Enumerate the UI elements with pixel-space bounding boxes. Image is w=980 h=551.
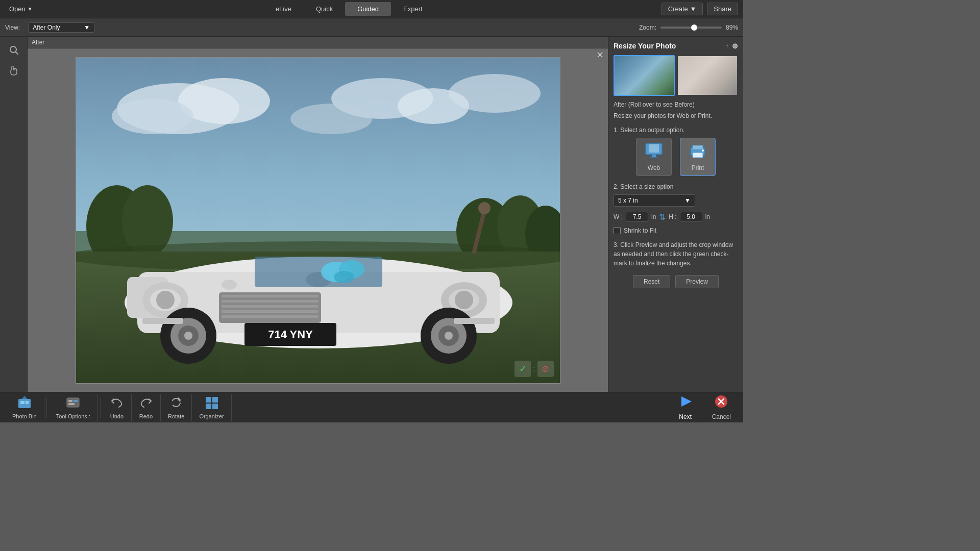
thumb-img-2 xyxy=(678,56,737,95)
svg-rect-65 xyxy=(26,401,29,404)
svg-marker-75 xyxy=(681,396,692,407)
dimension-row: W : in ⇅ H : in xyxy=(614,212,738,222)
size-option-label: 5 x 7 in xyxy=(618,197,638,204)
redo-button[interactable]: Redo xyxy=(132,394,161,421)
thumbnail-1[interactable] xyxy=(614,55,675,96)
svg-point-51 xyxy=(222,280,237,290)
divider-1 xyxy=(46,397,47,418)
svg-point-50 xyxy=(478,202,491,214)
divider-2 xyxy=(100,397,101,418)
tool-options-icon xyxy=(66,396,80,412)
svg-rect-67 xyxy=(68,400,72,402)
left-panel xyxy=(0,37,28,392)
canvas-area: After ✕ xyxy=(28,37,608,392)
svg-point-8 xyxy=(290,104,372,134)
canvas-close-button[interactable]: ✕ xyxy=(596,51,604,60)
web-monitor-icon xyxy=(645,142,663,162)
confirm-button[interactable]: ✓ xyxy=(514,361,531,377)
web-option-button[interactable]: Web xyxy=(636,138,672,176)
zoom-area: Zoom: 89% xyxy=(639,24,738,31)
step2-label: 2. Select a size option xyxy=(614,183,738,190)
svg-point-48 xyxy=(334,271,354,283)
hand-tool-icon[interactable] xyxy=(5,61,23,80)
resize-desc: Resize your photos for Web or Print. xyxy=(614,111,738,120)
print-option-button[interactable]: Print xyxy=(680,138,716,176)
share-button[interactable]: Share xyxy=(707,3,738,15)
thumbnail-2[interactable] xyxy=(677,55,738,96)
panel-icon-2[interactable]: ⊕ xyxy=(732,42,738,50)
svg-text:714 YNY: 714 YNY xyxy=(268,328,313,341)
tool-options-button[interactable]: Tool Options : xyxy=(49,394,98,421)
top-bar-left: Open ▼ xyxy=(5,3,37,15)
zoom-thumb xyxy=(691,24,697,31)
svg-point-45 xyxy=(445,332,453,340)
toolbar-row: View: After Only ▼ Zoom: 89% xyxy=(0,18,743,37)
rotate-label: Rotate xyxy=(168,413,184,419)
view-label: View: xyxy=(5,24,20,31)
svg-rect-66 xyxy=(67,398,79,407)
photo-bin-button[interactable]: Photo Bin xyxy=(5,394,44,421)
tab-quick[interactable]: Quick xyxy=(304,2,345,16)
cancel-edit-button[interactable]: ⊘ xyxy=(537,361,554,377)
action-buttons: Reset Preview xyxy=(614,275,738,288)
next-label: Next xyxy=(679,413,692,420)
step1-label: 1. Select an output option. xyxy=(614,127,738,134)
preview-button[interactable]: Preview xyxy=(675,275,719,288)
view-select[interactable]: After Only ▼ xyxy=(28,22,94,33)
svg-rect-56 xyxy=(652,155,656,157)
organizer-button[interactable]: Organizer xyxy=(192,394,231,421)
search-tool-icon[interactable] xyxy=(5,41,23,59)
svg-point-5 xyxy=(112,98,193,134)
controls-separator: : xyxy=(533,364,535,373)
svg-point-33 xyxy=(455,291,473,309)
canvas-controls: ✓ : ⊘ xyxy=(514,361,553,377)
next-arrow-icon xyxy=(677,394,694,412)
svg-rect-25 xyxy=(222,310,318,313)
width-unit: in xyxy=(651,213,656,220)
height-input[interactable] xyxy=(680,212,702,222)
main-layout: After ✕ xyxy=(0,37,743,392)
panel-icon-1[interactable]: ↑ xyxy=(725,42,729,50)
svg-rect-60 xyxy=(693,153,703,158)
car-photo: 714 YNY xyxy=(76,58,560,384)
undo-label: Undo xyxy=(110,413,124,419)
tab-expert[interactable]: Expert xyxy=(391,2,435,16)
rotate-button[interactable]: Rotate xyxy=(161,394,192,421)
canvas-after-label: After xyxy=(28,37,608,48)
zoom-slider[interactable] xyxy=(660,27,722,29)
svg-rect-73 xyxy=(206,404,211,409)
width-input[interactable] xyxy=(626,212,648,222)
undo-button[interactable]: Undo xyxy=(103,394,132,421)
svg-rect-52 xyxy=(142,318,183,324)
bottom-bar: Photo Bin Tool Options : Undo xyxy=(0,392,743,422)
photo-bin-icon xyxy=(17,396,32,412)
cancel-button[interactable]: Cancel xyxy=(705,392,738,422)
shrink-to-fit-checkbox[interactable] xyxy=(614,227,621,234)
svg-point-9 xyxy=(449,74,541,113)
undo-icon xyxy=(110,396,124,412)
thumbnail-row xyxy=(614,55,738,96)
step3-text: 3. Click Preview and adjust the crop win… xyxy=(614,240,738,268)
tool-options-label: Tool Options : xyxy=(56,413,90,419)
right-panel: Resize Your Photo ↑ ⊕ After (Roll over t… xyxy=(608,37,743,392)
rotate-icon xyxy=(169,396,183,412)
tab-elive[interactable]: eLive xyxy=(263,2,304,16)
shrink-row: Shrink to Fit xyxy=(614,227,738,234)
output-options: Web Print xyxy=(614,138,738,176)
create-button[interactable]: Create ▼ xyxy=(662,3,703,15)
svg-rect-69 xyxy=(74,400,78,402)
svg-point-61 xyxy=(702,149,704,152)
next-button[interactable]: Next xyxy=(668,392,703,422)
size-dropdown[interactable]: 5 x 7 in ▼ xyxy=(614,194,695,207)
height-unit: in xyxy=(705,213,710,220)
link-dimensions-icon[interactable]: ⇅ xyxy=(659,212,666,222)
svg-rect-68 xyxy=(68,403,75,405)
panel-title: Resize Your Photo ↑ ⊕ xyxy=(614,42,738,50)
height-label: H : xyxy=(669,213,676,220)
reset-button[interactable]: Reset xyxy=(633,275,670,288)
open-button[interactable]: Open ▼ xyxy=(5,3,37,15)
size-select-row: 5 x 7 in ▼ xyxy=(614,194,738,207)
photo-bin-label: Photo Bin xyxy=(12,413,37,419)
tab-guided[interactable]: Guided xyxy=(345,2,391,16)
print-label: Print xyxy=(692,164,704,171)
